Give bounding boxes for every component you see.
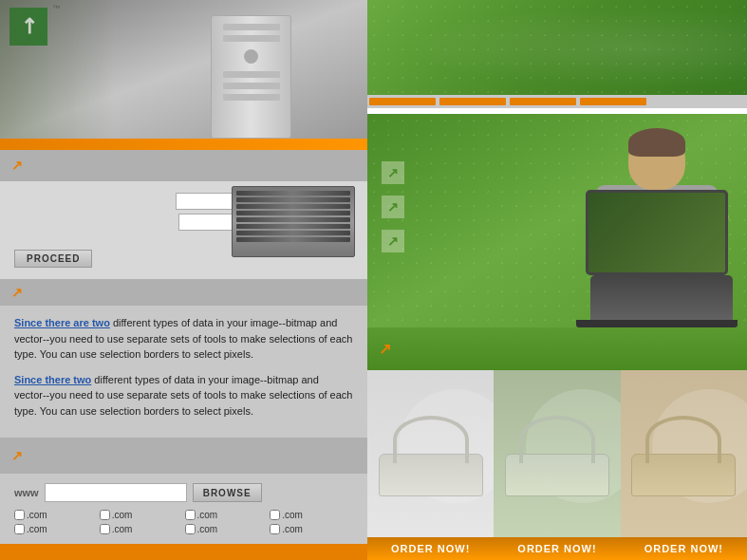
checkbox-label-4: .com	[282, 510, 303, 520]
order-button-2[interactable]: ORDER NOW!	[494, 537, 620, 560]
paragraph-2: Since there two different types of data …	[14, 372, 353, 420]
order-button-3[interactable]: ORDER NOW!	[621, 537, 747, 560]
login-section: Username Password PROCEED	[0, 181, 367, 279]
card3-image-area	[621, 370, 747, 537]
checkbox-label-7: .com	[197, 524, 218, 534]
logo-box: ↗	[9, 8, 47, 46]
left-panel: ↗ ™ ↗	[0, 0, 367, 560]
router-illustration-2	[505, 411, 609, 496]
server-tower	[211, 15, 291, 139]
products-section: ORDER NOW! ORDER NOW!	[367, 370, 747, 560]
domain-checkboxes: .com .com .com .com .com .com .com .com	[14, 510, 353, 534]
orange-tab-3	[510, 98, 576, 105]
photo-section: ↗ ↗ ↗	[367, 114, 747, 327]
product-card-1: ORDER NOW!	[367, 370, 494, 560]
product-card-2: ORDER NOW!	[494, 370, 620, 560]
text-section-header: ↗	[0, 279, 367, 306]
header-right-overlay	[367, 0, 747, 95]
checkbox-label-5: .com	[27, 524, 47, 534]
browse-button[interactable]: BROWSE	[193, 483, 262, 502]
text-section: Since there are two different types of d…	[0, 306, 367, 438]
para2-link[interactable]: Since there two	[14, 374, 91, 385]
overlay-arrow-1: ↗	[382, 161, 404, 184]
order-button-1[interactable]: ORDER NOW!	[367, 537, 494, 560]
router-illustration-3	[631, 411, 736, 496]
www-label: www	[14, 487, 39, 498]
paragraph-1: Since there are two different types of d…	[14, 315, 353, 363]
logo-arrow-icon: ↗	[13, 11, 43, 41]
checkbox-com-5[interactable]: .com	[14, 524, 98, 534]
login-arrow-icon: ↗	[11, 158, 23, 173]
header-left: ↗ ™	[0, 0, 367, 139]
overlay-arrow-2: ↗	[382, 196, 404, 218]
orange-bar-left	[0, 139, 367, 149]
proceed-button[interactable]: PROCEED	[14, 250, 92, 268]
tm-label: ™	[52, 4, 60, 12]
photo-bottom-bar: ↗	[367, 327, 747, 370]
url-section-header: ↗	[0, 438, 367, 474]
server-rack	[232, 186, 360, 262]
checkbox-com-3[interactable]: .com	[185, 510, 269, 520]
checkbox-label-1: .com	[27, 510, 47, 520]
url-arrow-icon: ↗	[11, 448, 23, 463]
www-row: www BROWSE	[14, 483, 353, 502]
checkbox-label-6: .com	[112, 524, 133, 534]
checkbox-com-4[interactable]: .com	[270, 510, 353, 520]
person-photo	[519, 114, 738, 327]
card2-image-area	[494, 370, 620, 537]
arrows-overlay: ↗ ↗ ↗	[382, 161, 404, 252]
url-input[interactable]	[45, 483, 187, 502]
text-arrow-icon: ↗	[11, 285, 23, 300]
header-right	[367, 0, 747, 95]
orange-tab-2	[439, 98, 506, 105]
para1-link[interactable]: Since there are two	[14, 317, 110, 328]
checkbox-label-8: .com	[282, 524, 303, 534]
router-illustration-1	[379, 411, 483, 496]
card1-image-area	[367, 370, 494, 537]
checkbox-com-8[interactable]: .com	[270, 524, 353, 534]
orange-tab-4	[580, 98, 646, 105]
checkbox-com-1[interactable]: .com	[14, 510, 98, 520]
overlay-arrow-3: ↗	[382, 230, 404, 252]
login-section-header: ↗	[0, 150, 367, 181]
right-panel: ↗ ↗ ↗ ↗	[367, 0, 747, 560]
checkbox-com-7[interactable]: .com	[185, 524, 269, 534]
product-card-3: ORDER NOW!	[621, 370, 747, 560]
orange-tab-bar	[367, 95, 747, 108]
orange-tab-1	[369, 98, 436, 105]
checkbox-com-6[interactable]: .com	[100, 524, 183, 534]
checkbox-label-3: .com	[197, 510, 218, 520]
header-bg	[0, 0, 367, 139]
checkbox-label-2: .com	[112, 510, 133, 520]
url-section: www BROWSE .com .com .com .com .com .com…	[0, 474, 367, 544]
left-bottom-bar	[0, 544, 367, 560]
checkbox-com-2[interactable]: .com	[100, 510, 183, 520]
photo-bottom-arrow-icon: ↗	[379, 340, 391, 358]
